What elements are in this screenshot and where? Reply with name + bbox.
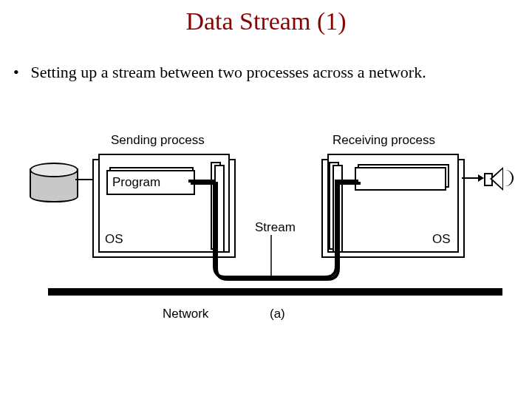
sending-process-label: Sending process bbox=[111, 133, 205, 148]
stream-label: Stream bbox=[255, 220, 296, 235]
program-box: Program bbox=[106, 170, 195, 195]
figure-caption: (a) bbox=[270, 307, 285, 321]
sender-rail-front bbox=[214, 165, 225, 253]
network-bar bbox=[48, 288, 502, 296]
slide: Data Stream (1) • Setting up a stream be… bbox=[0, 0, 532, 399]
speaker-icon bbox=[484, 164, 514, 194]
receiving-process-label: Receiving process bbox=[332, 133, 435, 148]
slide-title: Data Stream (1) bbox=[0, 7, 532, 35]
os-label-left: OS bbox=[105, 232, 123, 247]
receiver-to-speaker-arrow-icon bbox=[462, 177, 482, 179]
diagram: Sending process Receiving process Progra… bbox=[22, 118, 510, 355]
os-label-right: OS bbox=[432, 232, 451, 247]
storage-cylinder-icon bbox=[30, 163, 75, 200]
bullet-item: • Setting up a stream between two proces… bbox=[13, 63, 426, 82]
receiver-program-box bbox=[355, 167, 446, 191]
bullet-dot: • bbox=[13, 63, 27, 82]
bullet-text: Setting up a stream between two processe… bbox=[31, 63, 426, 81]
receiver-rail-front bbox=[332, 165, 343, 253]
program-label: Program bbox=[112, 175, 160, 189]
network-label: Network bbox=[163, 307, 208, 321]
